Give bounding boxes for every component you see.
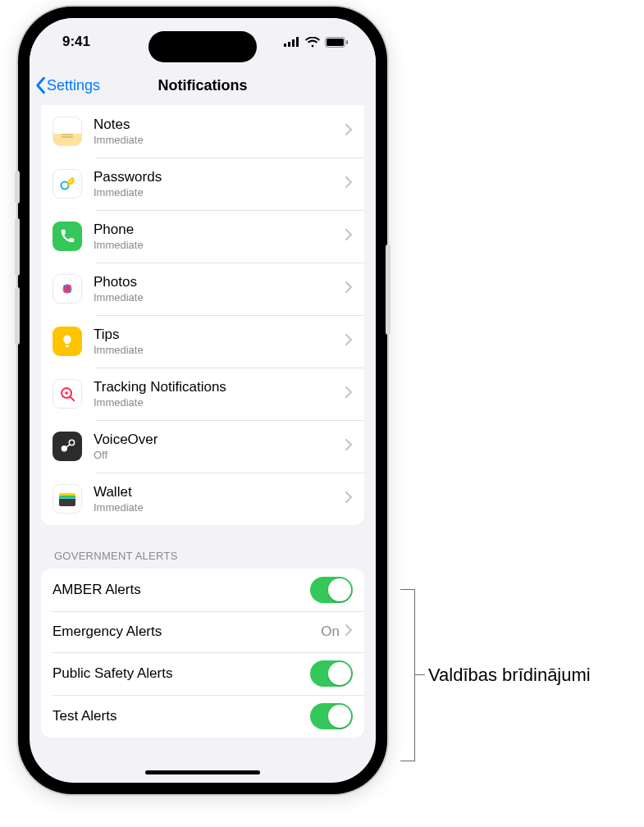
screen: 9:41 Settings Notifications NotesImmedia… (30, 18, 376, 783)
government-alerts-group: AMBER AlertsEmergency AlertsOnPublic Saf… (41, 569, 364, 738)
app-row-voiceover[interactable]: VoiceOverOff (41, 420, 364, 473)
wallet-app-icon (53, 484, 82, 514)
toggle-switch[interactable] (310, 577, 353, 603)
row-text: AMBER Alerts (53, 582, 310, 598)
nav-bar: Settings Notifications (30, 66, 376, 105)
row-text: NotesImmediate (94, 117, 345, 146)
page-title: Notifications (158, 77, 247, 94)
callout-bracket (400, 589, 415, 761)
home-indicator[interactable] (145, 770, 260, 774)
battery-icon (325, 37, 348, 48)
svg-rect-6 (346, 40, 348, 44)
row-title: Tips (94, 327, 345, 343)
row-subtitle: Immediate (94, 239, 345, 251)
gov-row-0: AMBER Alerts (41, 569, 364, 611)
svg-rect-3 (296, 37, 299, 47)
voiceover-app-icon (53, 432, 82, 461)
row-text: PhoneImmediate (94, 222, 345, 251)
government-alerts-header: Government Alerts (30, 525, 376, 569)
row-subtitle: Immediate (94, 396, 345, 409)
side-button-silent (15, 171, 20, 203)
row-title: Photos (94, 274, 345, 290)
toggle-switch[interactable] (310, 703, 353, 729)
row-title: Emergency Alerts (53, 624, 321, 640)
row-title: Public Safety Alerts (53, 665, 310, 682)
app-list-group: NotesImmediatePasswordsImmediatePhoneImm… (41, 105, 364, 525)
callout-label: Valdības brīdinājumi (428, 665, 591, 686)
row-text: VoiceOverOff (94, 432, 345, 461)
chevron-right-icon (345, 438, 353, 455)
row-title: Tracking Notifications (94, 379, 345, 395)
app-row-notes[interactable]: NotesImmediate (41, 105, 364, 158)
row-subtitle: Immediate (94, 134, 345, 146)
row-title: Phone (94, 222, 345, 238)
svg-rect-5 (327, 39, 344, 46)
cellular-icon (284, 37, 300, 47)
side-button-power (386, 244, 391, 335)
app-row-passwords[interactable]: PasswordsImmediate (41, 158, 364, 210)
dynamic-island (148, 31, 257, 62)
row-title: VoiceOver (94, 432, 345, 448)
back-label: Settings (47, 77, 100, 94)
row-text: PasswordsImmediate (94, 169, 345, 199)
back-button[interactable]: Settings (34, 76, 100, 94)
phone-app-icon (53, 222, 82, 251)
chevron-right-icon (345, 123, 353, 139)
row-text: WalletImmediate (94, 484, 345, 514)
row-title: Notes (94, 117, 345, 133)
callout-line (415, 674, 425, 675)
phone-frame: 9:41 Settings Notifications NotesImmedia… (18, 7, 387, 794)
row-title: AMBER Alerts (53, 582, 310, 598)
row-subtitle: Immediate (94, 186, 345, 199)
row-value: On (321, 624, 340, 640)
tracking-app-icon (53, 379, 82, 409)
passwords-app-icon (53, 169, 82, 199)
chevron-right-icon (345, 281, 353, 297)
svg-rect-2 (292, 39, 295, 47)
row-text: Emergency Alerts (53, 624, 321, 640)
tips-app-icon (53, 327, 82, 356)
row-subtitle: Immediate (94, 291, 345, 304)
svg-point-23 (69, 440, 74, 445)
chevron-right-icon (345, 333, 353, 350)
row-title: Wallet (94, 484, 345, 500)
app-row-phone[interactable]: PhoneImmediate (41, 210, 364, 263)
app-row-tracking[interactable]: Tracking NotificationsImmediate (41, 368, 364, 420)
side-button-vol-down (15, 287, 20, 345)
row-text: TipsImmediate (94, 327, 345, 356)
app-row-tips[interactable]: TipsImmediate (41, 315, 364, 368)
row-text: PhotosImmediate (94, 274, 345, 304)
row-subtitle: Off (94, 449, 345, 461)
chevron-right-icon (345, 386, 353, 402)
row-text: Test Alerts (53, 708, 310, 724)
wifi-icon (305, 37, 320, 48)
chevron-right-icon (345, 491, 353, 507)
chevron-left-icon (34, 76, 46, 94)
svg-point-20 (65, 391, 68, 395)
row-title: Test Alerts (53, 708, 310, 724)
gov-row-1[interactable]: Emergency AlertsOn (41, 611, 364, 652)
svg-line-21 (71, 397, 75, 401)
gov-row-2: Public Safety Alerts (41, 652, 364, 695)
svg-rect-18 (66, 345, 69, 347)
photos-app-icon (53, 274, 82, 304)
content-scroll[interactable]: NotesImmediatePasswordsImmediatePhoneImm… (30, 105, 376, 783)
row-subtitle: Immediate (94, 501, 345, 514)
chevron-right-icon (345, 624, 353, 640)
svg-rect-0 (284, 43, 286, 47)
row-text: Tracking NotificationsImmediate (94, 379, 345, 409)
svg-rect-1 (288, 42, 290, 47)
toggle-switch[interactable] (310, 660, 353, 687)
app-row-wallet[interactable]: WalletImmediate (41, 473, 364, 525)
app-row-photos[interactable]: PhotosImmediate (41, 263, 364, 315)
chevron-right-icon (345, 228, 353, 244)
status-time: 9:41 (62, 34, 90, 50)
gov-row-3: Test Alerts (41, 695, 364, 738)
row-text: Public Safety Alerts (53, 665, 310, 682)
row-subtitle: Immediate (94, 344, 345, 356)
notes-app-icon (53, 117, 82, 146)
chevron-right-icon (345, 176, 353, 192)
side-button-vol-up (15, 218, 20, 276)
row-title: Passwords (94, 169, 345, 185)
